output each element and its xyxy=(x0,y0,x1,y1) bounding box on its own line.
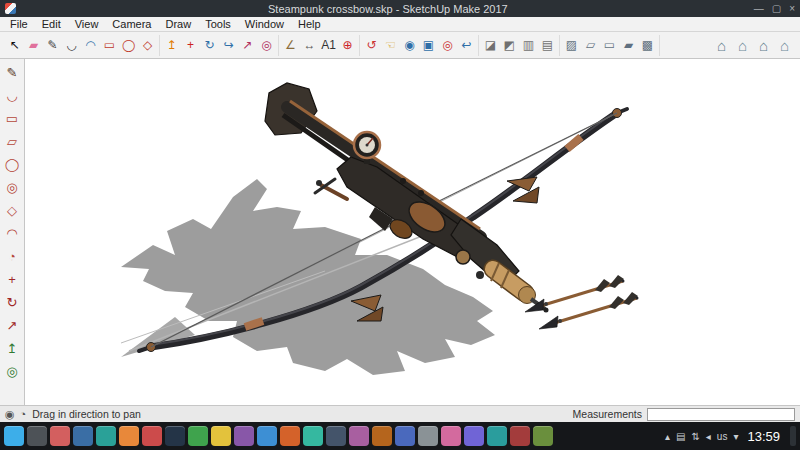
app-icon-12[interactable] xyxy=(257,426,277,446)
dimension-icon[interactable]: ↔ xyxy=(300,35,319,56)
app-icon-3[interactable] xyxy=(50,426,70,446)
modeling-viewport[interactable] xyxy=(25,59,800,405)
scale-tool-icon[interactable]: ↗ xyxy=(238,35,257,56)
section-plane-icon[interactable]: ◪ xyxy=(481,35,500,56)
app-icon-18[interactable] xyxy=(395,426,415,446)
app-icon-11[interactable] xyxy=(234,426,254,446)
polygon-tool-icon[interactable]: ◇ xyxy=(138,35,157,56)
app-icon-23[interactable] xyxy=(510,426,530,446)
app-icon-1[interactable] xyxy=(4,426,24,446)
select-tool-icon[interactable]: ↖ xyxy=(5,35,24,56)
close-button[interactable]: × xyxy=(789,3,795,14)
network-tray-icon[interactable]: ⇅ xyxy=(691,431,699,442)
menu-item[interactable]: Draw xyxy=(158,18,198,30)
polygon-tool-icon[interactable]: ◇ xyxy=(2,199,23,222)
notification-tray-icon[interactable]: ▾ xyxy=(733,431,738,442)
app-icon-6[interactable] xyxy=(119,426,139,446)
follow-me-tool-icon[interactable]: ↪ xyxy=(219,35,238,56)
rectangle-tool-icon[interactable]: ▭ xyxy=(2,107,23,130)
minimize-button[interactable]: — xyxy=(754,3,764,14)
menu-item[interactable]: View xyxy=(68,18,106,30)
keyboard-layout-indicator[interactable]: us xyxy=(717,431,728,442)
line-tool-icon[interactable]: ✎ xyxy=(43,35,62,56)
app-icon-4[interactable] xyxy=(73,426,93,446)
menu-item[interactable]: Camera xyxy=(105,18,158,30)
geolocation-status-icon[interactable]: ◉ xyxy=(5,408,15,421)
tray-expand-icon[interactable]: ▴ xyxy=(665,431,670,442)
front-view-icon[interactable]: ⌂ xyxy=(753,35,774,56)
app-icon-16[interactable] xyxy=(349,426,369,446)
wireframe-style-icon[interactable]: ▱ xyxy=(581,35,600,56)
iso-view-icon[interactable]: ⌂ xyxy=(711,35,732,56)
pan-tool-icon[interactable]: ☜ xyxy=(381,35,400,56)
rotate-tool-icon[interactable]: ↻ xyxy=(2,291,23,314)
xray-style-icon[interactable]: ▨ xyxy=(562,35,581,56)
app-icon-22[interactable] xyxy=(487,426,507,446)
app-icon-7[interactable] xyxy=(142,426,162,446)
menu-item[interactable]: Help xyxy=(291,18,328,30)
axes-tool-icon[interactable]: ⊕ xyxy=(338,35,357,56)
app-icon-15[interactable] xyxy=(326,426,346,446)
app-icon-8[interactable] xyxy=(165,426,185,446)
push-pull-tool-icon[interactable]: ↥ xyxy=(2,337,23,360)
arc-tool-icon[interactable]: ◠ xyxy=(81,35,100,56)
toolbar-group-principal: ↖▰✎◡◠▭◯◇ xyxy=(3,35,160,56)
measurements-input[interactable] xyxy=(647,408,795,421)
app-icon-24[interactable] xyxy=(533,426,553,446)
zoom-extents-icon[interactable]: ◎ xyxy=(438,35,457,56)
rotated-rectangle-tool-icon[interactable]: ▱ xyxy=(2,130,23,153)
app-icon-2[interactable] xyxy=(27,426,47,446)
move-tool-icon[interactable]: + xyxy=(2,268,23,291)
app-icon-21[interactable] xyxy=(464,426,484,446)
circle-tool-icon[interactable]: ◯ xyxy=(2,153,23,176)
menu-item[interactable]: Tools xyxy=(198,18,238,30)
clock[interactable]: 13:59 xyxy=(747,429,780,444)
freehand-tool-icon[interactable]: ◡ xyxy=(62,35,81,56)
circle-tool-icon[interactable]: ◯ xyxy=(119,35,138,56)
orbit-tool-icon[interactable]: ↺ xyxy=(362,35,381,56)
titlebar[interactable]: Steampunk crossbow.skp - SketchUp Make 2… xyxy=(0,0,800,17)
rectangle-tool-icon[interactable]: ▭ xyxy=(100,35,119,56)
app-icon-19[interactable] xyxy=(418,426,438,446)
hidden-line-style-icon[interactable]: ▭ xyxy=(600,35,619,56)
app-icon-14[interactable] xyxy=(303,426,323,446)
shaded-style-icon[interactable]: ▰ xyxy=(619,35,638,56)
section-cut-icon[interactable]: ▥ xyxy=(519,35,538,56)
pie-tool-icon[interactable]: ◔ xyxy=(2,245,23,268)
zoom-tool-icon[interactable]: ◉ xyxy=(400,35,419,56)
offset-tool-icon[interactable]: ◎ xyxy=(257,35,276,56)
rotate-tool-icon[interactable]: ↻ xyxy=(200,35,219,56)
text-tool-icon[interactable]: A1 xyxy=(319,35,338,56)
top-view-icon[interactable]: ⌂ xyxy=(732,35,753,56)
app-icon-9[interactable] xyxy=(188,426,208,446)
eraser-tool-icon[interactable]: ▰ xyxy=(24,35,43,56)
move-tool-icon[interactable]: + xyxy=(181,35,200,56)
panel-hide-button[interactable] xyxy=(790,426,796,446)
maximize-button[interactable]: ▢ xyxy=(772,3,781,14)
volume-tray-icon[interactable]: ◂ xyxy=(706,431,711,442)
arc-tool-icon[interactable]: ◠ xyxy=(2,222,23,245)
credits-status-icon[interactable]: ◔ xyxy=(20,408,27,421)
app-icon-17[interactable] xyxy=(372,426,392,446)
menu-item[interactable]: Edit xyxy=(35,18,68,30)
back-edges-icon[interactable]: ▤ xyxy=(538,35,557,56)
app-icon-13[interactable] xyxy=(280,426,300,446)
menu-item[interactable]: Window xyxy=(238,18,291,30)
previous-view-icon[interactable]: ↩ xyxy=(457,35,476,56)
ellipse-tool-icon[interactable]: ◎ xyxy=(2,176,23,199)
app-icon-20[interactable] xyxy=(441,426,461,446)
right-view-icon[interactable]: ⌂ xyxy=(774,35,795,56)
tape-measure-icon[interactable]: ∠ xyxy=(281,35,300,56)
push-pull-tool-icon[interactable]: ↥ xyxy=(162,35,181,56)
textured-style-icon[interactable]: ▩ xyxy=(638,35,657,56)
app-icon-10[interactable] xyxy=(211,426,231,446)
freehand-tool-icon[interactable]: ◡ xyxy=(2,84,23,107)
section-display-icon[interactable]: ◩ xyxy=(500,35,519,56)
menu-item[interactable]: File xyxy=(3,18,35,30)
offset-tool-icon[interactable]: ◎ xyxy=(2,360,23,383)
app-icon-5[interactable] xyxy=(96,426,116,446)
clipboard-tray-icon[interactable]: ▤ xyxy=(676,431,685,442)
line-tool-icon[interactable]: ✎ xyxy=(2,61,23,84)
scale-tool-icon[interactable]: ↗ xyxy=(2,314,23,337)
zoom-window-icon[interactable]: ▣ xyxy=(419,35,438,56)
